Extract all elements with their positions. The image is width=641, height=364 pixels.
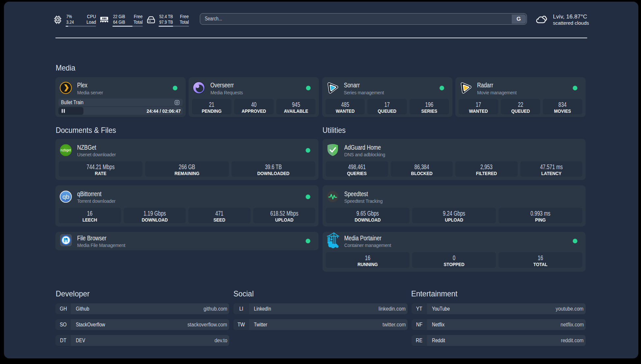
svg-text:nzbget: nzbget	[61, 148, 71, 152]
svg-text:qb: qb	[62, 193, 69, 200]
